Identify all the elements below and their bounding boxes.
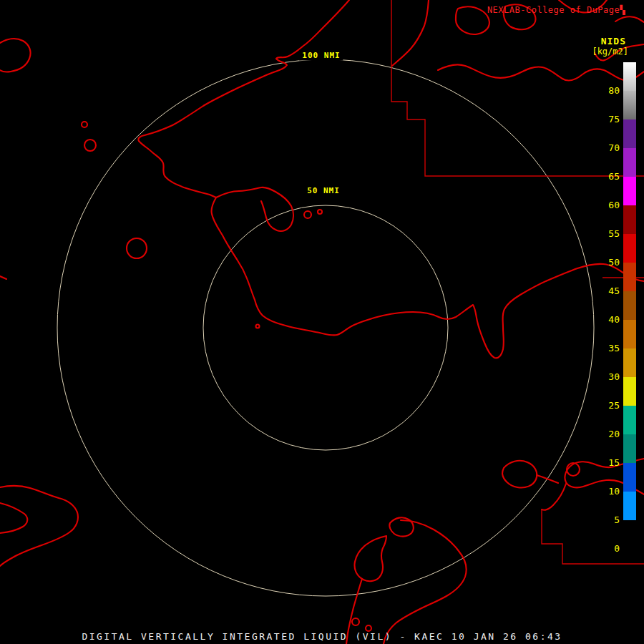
island-topleft	[0, 39, 31, 72]
colorbar-segment	[623, 91, 636, 119]
island	[318, 210, 322, 214]
coastline-bottomright-south	[542, 484, 566, 510]
colorbar	[623, 62, 636, 563]
radar-display: 100 NMI 50 NMI NEXLAB-College of DuPage▚…	[0, 0, 644, 644]
colorbar-segment	[623, 520, 636, 549]
colorbar-tick-label: 50	[598, 257, 620, 268]
colorbar-segment	[623, 320, 636, 348]
island-topright-1	[456, 6, 489, 34]
colorbar-tick-label: 40	[598, 314, 620, 326]
colorbar-segment	[623, 492, 636, 520]
colorbar-segment	[623, 348, 636, 377]
colorbar-ticks: 80757065605550454035302520151050	[598, 0, 620, 644]
island-bottomright	[502, 461, 537, 488]
coastline-bay	[216, 187, 293, 231]
island-bottomleft-outer	[0, 486, 78, 566]
brand-logo-icon: ▚	[620, 5, 625, 15]
colorbar-tick-label: 20	[598, 429, 620, 440]
colorbar-segments	[623, 62, 636, 563]
radar-map-svg	[0, 0, 644, 644]
colorbar-tick-label: 10	[598, 486, 620, 497]
range-ring-50nmi	[203, 205, 448, 450]
island	[352, 618, 359, 625]
island	[84, 140, 96, 151]
colorbar-tick-label: 5	[598, 514, 620, 526]
colorbar-segment	[623, 263, 636, 291]
colorbar-segment	[623, 406, 636, 434]
colorbar-tick-label: 25	[598, 400, 620, 411]
coastline-leftedge-tick	[0, 276, 6, 279]
colorbar-segment	[623, 377, 636, 406]
island	[304, 211, 311, 218]
colorbar-tick-label: 15	[598, 457, 620, 469]
coastline-bottomcenter-hook	[354, 536, 386, 581]
colorbar-tick-label: 30	[598, 371, 620, 383]
colorbar-tick-label: 45	[598, 286, 620, 297]
colorbar-tick-label: 60	[598, 200, 620, 211]
colorbar-tick-label: 35	[598, 343, 620, 354]
colorbar-tick-label: 0	[598, 543, 620, 555]
colorbar-segment	[623, 177, 636, 205]
colorbar-segment	[623, 148, 636, 177]
colorbar-segment	[623, 291, 636, 320]
range-ring-label-100nmi: 100 NMI	[299, 50, 343, 61]
colorbar-tick-label: 75	[598, 114, 620, 125]
coastline-bottomright-link	[537, 475, 558, 483]
colorbar-segment	[623, 463, 636, 492]
island	[366, 625, 371, 631]
colorbar-segment	[623, 234, 636, 263]
colorbar-segment	[623, 205, 636, 234]
island	[82, 122, 87, 127]
coastline-bottomcenter	[384, 520, 467, 644]
island	[256, 325, 260, 328]
colorbar-segment	[623, 119, 636, 148]
product-title: DIGITAL VERTICALLY INTEGRATED LIQUID (VI…	[0, 631, 644, 642]
colorbar-segment	[623, 434, 636, 463]
colorbar-tick-label: 65	[598, 171, 620, 182]
range-ring-label-50nmi: 50 NMI	[304, 185, 343, 196]
colorbar-tick-label: 55	[598, 228, 620, 240]
colorbar-tick-label: 70	[598, 142, 620, 154]
coastline-topright-slant	[392, 0, 429, 66]
colorbar-segment	[623, 549, 636, 563]
colorbar-segment	[623, 62, 636, 91]
coastline-topedge-2	[615, 16, 644, 22]
island-bottomleft-inner	[0, 503, 27, 533]
colorbar-tick-label: 80	[598, 85, 620, 97]
lake	[127, 238, 147, 258]
coastlines	[0, 0, 644, 644]
